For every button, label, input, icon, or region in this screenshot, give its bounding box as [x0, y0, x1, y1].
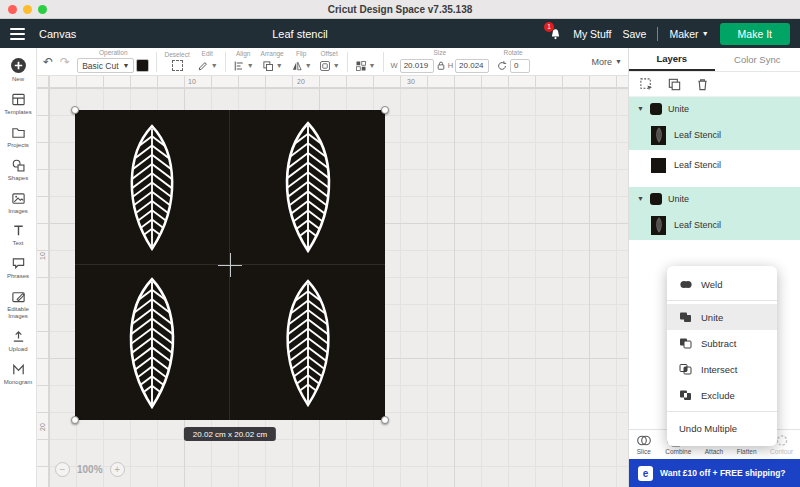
- ruler-mark: 30: [407, 78, 415, 85]
- new-icon: [10, 57, 27, 74]
- sidebar-item-new[interactable]: New: [0, 53, 36, 88]
- canvas-label: Canvas: [39, 28, 76, 40]
- offset-dropdown[interactable]: Offset ▼: [319, 51, 340, 72]
- stencil-tile[interactable]: [75, 110, 230, 265]
- projects-icon: [11, 125, 26, 140]
- duplicate-icon[interactable]: [667, 77, 682, 92]
- menu-item-unite[interactable]: Unite: [667, 304, 777, 330]
- design-canvas[interactable]: 10 20 30 10 20 20.02 cm x 20.02 cm − 100…: [37, 76, 628, 487]
- my-stuff-link[interactable]: My Stuff: [573, 28, 611, 40]
- operation-select[interactable]: Basic Cut ▼: [77, 58, 134, 73]
- ruler-mark: 10: [188, 78, 196, 85]
- layer-row[interactable]: Leaf Stencil: [629, 120, 800, 150]
- flip-dropdown[interactable]: Flip ▼: [291, 51, 312, 72]
- edit-dropdown[interactable]: Edit ▼: [197, 51, 218, 72]
- sidebar-item-upload[interactable]: Upload: [0, 325, 36, 358]
- sidebar-item-editable-images[interactable]: Editable Images: [0, 285, 36, 325]
- selection-handle[interactable]: [381, 416, 389, 424]
- redo-icon[interactable]: ↷: [60, 56, 70, 68]
- rotate-group: Rotate: [496, 50, 530, 73]
- promo-logo: e: [638, 466, 653, 481]
- images-icon: [11, 191, 26, 206]
- stencil-tile[interactable]: [230, 110, 385, 265]
- color-swatch[interactable]: [136, 59, 149, 72]
- leaf-stencil-graphic: [264, 276, 352, 410]
- stencil-tile[interactable]: [230, 265, 385, 420]
- weld-icon: [679, 279, 693, 290]
- height-input[interactable]: [455, 59, 489, 73]
- layer-row[interactable]: Leaf Stencil: [629, 150, 800, 180]
- ruler-corner: [37, 76, 49, 88]
- dimension-label: 20.02 cm x 20.02 cm: [184, 427, 276, 441]
- upload-icon: [11, 329, 26, 344]
- rotate-icon[interactable]: [496, 60, 508, 72]
- minimize-window-button[interactable]: [23, 5, 32, 14]
- tab-color-sync[interactable]: Color Sync: [715, 48, 800, 71]
- trash-icon[interactable]: [695, 77, 710, 92]
- selection-handle[interactable]: [71, 106, 79, 114]
- promo-banner[interactable]: e Want £10 off + FREE shipping?: [629, 459, 800, 487]
- sidebar-item-images[interactable]: Images: [0, 187, 36, 220]
- flip-icon: [291, 60, 303, 72]
- menu-item-subtract[interactable]: Subtract: [667, 330, 777, 356]
- sidebar-item-monogram[interactable]: Monogram: [0, 358, 36, 391]
- menu-item-exclude[interactable]: Exclude: [667, 382, 777, 408]
- sidebar-item-templates[interactable]: Templates: [0, 88, 36, 121]
- zoom-in-button[interactable]: +: [110, 462, 125, 477]
- rotate-input[interactable]: [510, 59, 530, 73]
- layer-group-header[interactable]: ▼ Unite: [629, 97, 800, 120]
- arrange-dropdown[interactable]: Arrange ▼: [261, 51, 284, 72]
- window-controls: [8, 5, 47, 14]
- select-all-icon[interactable]: [639, 77, 654, 92]
- layer-group-header[interactable]: ▼ Unite: [629, 187, 800, 210]
- slice-button[interactable]: Slice: [636, 434, 652, 455]
- menu-icon[interactable]: [10, 28, 25, 40]
- unite-icon: [679, 312, 693, 323]
- document-title[interactable]: Leaf stencil: [272, 28, 328, 40]
- leaf-stencil-graphic: [101, 274, 203, 412]
- vertical-ruler: 10 20: [37, 88, 49, 487]
- width-input[interactable]: [400, 59, 434, 73]
- close-window-button[interactable]: [8, 5, 17, 14]
- menu-item-undo-multiple[interactable]: Undo Multiple: [667, 415, 777, 441]
- chevron-down-icon: ▼: [369, 62, 376, 69]
- operation-group: Operation Basic Cut ▼: [77, 50, 149, 74]
- save-link[interactable]: Save: [623, 28, 647, 40]
- operation-value: Basic Cut: [82, 61, 118, 71]
- shapes-icon: [11, 158, 26, 173]
- app-header: Canvas Leaf stencil 1 My Stuff Save Make…: [0, 19, 800, 48]
- machine-selector[interactable]: Maker ▼: [669, 28, 708, 40]
- header-divider: [657, 27, 658, 41]
- sidebar-item-shapes[interactable]: Shapes: [0, 154, 36, 187]
- window-titlebar: Cricut Design Space v7.35.138: [0, 0, 800, 19]
- zoom-window-button[interactable]: [38, 5, 47, 14]
- menu-item-weld[interactable]: Weld: [667, 271, 777, 297]
- deselect-button[interactable]: Deselect: [164, 52, 189, 72]
- selection-handle[interactable]: [71, 416, 79, 424]
- menu-divider: [667, 411, 777, 412]
- menu-item-intersect[interactable]: Intersect: [667, 356, 777, 382]
- selection-handle[interactable]: [381, 106, 389, 114]
- sidebar-item-text[interactable]: Text: [0, 219, 36, 252]
- chevron-down-icon: ▼: [123, 62, 130, 69]
- sidebar-item-phrases[interactable]: Phrases: [0, 252, 36, 285]
- menu-divider: [667, 300, 777, 301]
- layer-row[interactable]: Leaf Stencil: [629, 210, 800, 240]
- stencil-tile[interactable]: [75, 265, 230, 420]
- machine-name: Maker: [669, 28, 698, 40]
- distribute-icon: [355, 60, 367, 72]
- toolbar-divider: [156, 52, 157, 72]
- sidebar-item-projects[interactable]: Projects: [0, 121, 36, 154]
- edit-toolbar: ↶ ↷ Operation Basic Cut ▼ Deselect Edit …: [37, 48, 628, 76]
- more-dropdown[interactable]: More ▼: [592, 57, 622, 67]
- make-it-button[interactable]: Make It: [720, 23, 790, 45]
- offset-icon: [319, 60, 331, 72]
- distribute-dropdown[interactable]: ▼: [355, 51, 376, 72]
- tab-layers[interactable]: Layers: [629, 48, 715, 71]
- undo-icon[interactable]: ↶: [43, 56, 53, 68]
- toolbar-divider: [383, 52, 384, 72]
- lock-icon[interactable]: [436, 60, 446, 71]
- align-dropdown[interactable]: Align ▼: [233, 51, 254, 72]
- notifications-button[interactable]: 1: [549, 27, 562, 41]
- zoom-out-button[interactable]: −: [55, 462, 70, 477]
